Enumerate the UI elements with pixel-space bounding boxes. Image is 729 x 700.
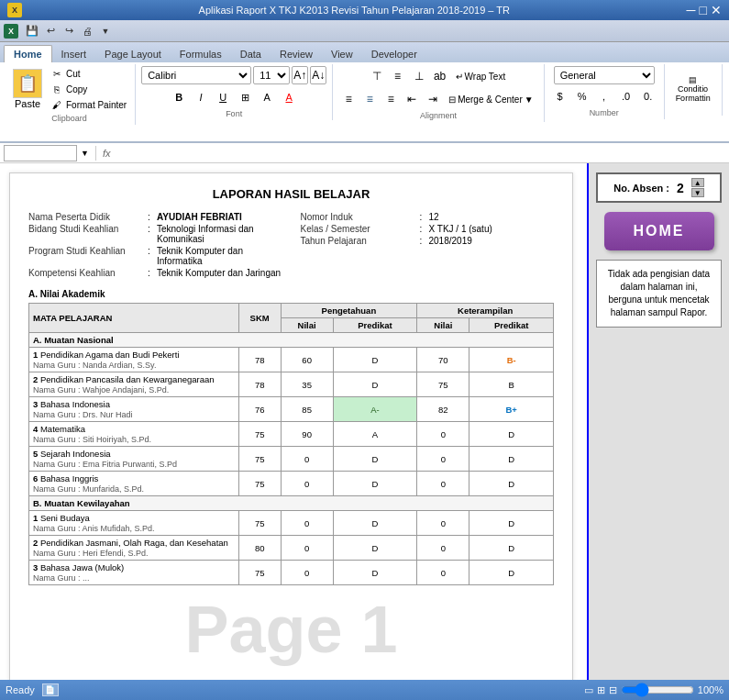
- merge-dropdown-icon: ▼: [525, 94, 534, 105]
- number-format-select[interactable]: General: [554, 66, 655, 84]
- clipboard-group-content: 📋 Paste ✂ Cut ⎘ Copy 🖌 Format Painter: [9, 66, 129, 112]
- tab-data[interactable]: Data: [231, 46, 271, 62]
- title-bar: X Aplikasi Raport X TKJ K2013 Revisi Tah…: [0, 0, 729, 20]
- kw-subject-k-pred-3: D: [469, 561, 554, 585]
- tab-page-layout[interactable]: Page Layout: [95, 46, 171, 62]
- subject-name-4: 4 Matematika Nama Guru : Siti Hoiriyah, …: [29, 422, 239, 447]
- subject-k-nilai-6: 0: [417, 472, 469, 496]
- col-pengetahuan-nilai: Nilai: [281, 318, 333, 333]
- scroll-up-btn[interactable]: ▲: [691, 178, 704, 187]
- paste-icon: 📋: [13, 69, 42, 98]
- kw-subject-skm-1: 75: [238, 511, 281, 536]
- kw-subject-name-2: 2 Pendidikan Jasmani, Olah Raga, dan Kes…: [29, 536, 239, 561]
- text-angle-btn[interactable]: ab: [430, 66, 450, 86]
- decrease-indent-btn[interactable]: ⇤: [402, 89, 422, 109]
- kw-subject-p-nilai-1: 0: [281, 511, 333, 536]
- wrap-text-button[interactable]: ↵ Wrap Text: [451, 66, 511, 86]
- scissors-icon: ✂: [50, 67, 63, 80]
- wrap-text-icon: ↵: [456, 72, 463, 82]
- fill-color-button[interactable]: A: [257, 87, 277, 107]
- comma-btn[interactable]: ,: [594, 86, 614, 106]
- font-group-content: Calibri 11 A↑ A↓ B I U ⊞ A A: [141, 66, 326, 107]
- sheet-tab-icon[interactable]: 📄: [42, 683, 59, 696]
- format-painter-button[interactable]: 🖌 Format Painter: [48, 97, 129, 112]
- qa-redo-btn[interactable]: ↪: [61, 23, 77, 39]
- conditional-label: ConditioFormattin: [676, 84, 711, 103]
- font-size-select[interactable]: 11: [253, 66, 290, 84]
- formula-bar-dropdown[interactable]: ▼: [81, 149, 89, 158]
- copy-button[interactable]: ⎘ Copy: [48, 82, 129, 96]
- align-left-btn[interactable]: ≡: [338, 89, 359, 109]
- scroll-down-btn[interactable]: ▼: [691, 188, 704, 197]
- subject-name-6: 6 Bahasa Inggris Nama Guru : Munfarida, …: [29, 472, 239, 496]
- tab-review[interactable]: Review: [271, 46, 322, 62]
- kw-subject-p-pred-3: D: [333, 561, 417, 585]
- font-color-button[interactable]: A: [279, 87, 299, 107]
- merge-icon: ⊟: [448, 94, 456, 105]
- kw-subject-k-pred-1: D: [469, 511, 554, 536]
- bold-button[interactable]: B: [169, 87, 189, 107]
- tab-home[interactable]: Home: [4, 45, 52, 62]
- align-bottom-btn[interactable]: ⊥: [409, 66, 429, 86]
- qa-save-btn[interactable]: 💾: [24, 23, 40, 39]
- kw-subject-name-3: 3 Bahasa Jawa (Mulok) Nama Guru : ...: [29, 561, 239, 585]
- italic-button[interactable]: I: [191, 87, 211, 107]
- percent-btn[interactable]: %: [572, 86, 592, 106]
- tab-developer[interactable]: Developer: [362, 46, 426, 62]
- page-watermark: Page 1: [184, 592, 397, 667]
- accounting-btn[interactable]: $: [550, 86, 570, 106]
- normal-view-btn[interactable]: ▭: [584, 684, 593, 696]
- conditional-formatting-btn[interactable]: ▤ ConditioFormattin: [670, 66, 716, 112]
- styles-group: ▤ ConditioFormattin: [665, 64, 723, 116]
- qa-undo-btn[interactable]: ↩: [42, 23, 59, 39]
- decrease-decimal-btn[interactable]: 0.: [638, 86, 658, 106]
- title-bar-left: X: [7, 3, 22, 17]
- copy-label: Copy: [66, 84, 87, 94]
- close-btn[interactable]: ✕: [711, 3, 722, 17]
- cut-button[interactable]: ✂ Cut: [48, 66, 129, 81]
- merge-center-button[interactable]: ⊟ Merge & Center ▼: [444, 89, 538, 109]
- border-button[interactable]: ⊞: [235, 87, 255, 107]
- tab-insert[interactable]: Insert: [52, 46, 96, 62]
- kompetensi-label: Kompetensi Keahlian: [28, 268, 148, 278]
- decrease-font-btn[interactable]: A↓: [310, 66, 326, 84]
- paste-button[interactable]: 📋 Paste: [9, 67, 46, 111]
- subject-row-4: 4 Matematika Nama Guru : Siti Hoiriyah, …: [29, 422, 554, 447]
- align-top-btn[interactable]: ⊤: [367, 66, 387, 86]
- tab-view[interactable]: View: [322, 46, 362, 62]
- alignment-content: ⊤ ≡ ⊥ ab ↵ Wrap Text ≡ ≡ ≡ ⇤ ⇥ ⊟ Merge &…: [338, 66, 538, 109]
- subject-p-nilai-6: 0: [281, 472, 333, 496]
- subject-p-pred-6: D: [333, 472, 417, 496]
- increase-indent-btn[interactable]: ⇥: [423, 89, 443, 109]
- align-row-2: ≡ ≡ ≡ ⇤ ⇥ ⊟ Merge & Center ▼: [338, 89, 538, 109]
- align-middle-btn[interactable]: ≡: [388, 66, 408, 86]
- tab-formulas[interactable]: Formulas: [171, 46, 231, 62]
- maximize-btn[interactable]: □: [700, 3, 707, 17]
- increase-font-btn[interactable]: A↑: [292, 66, 308, 84]
- excel-icon: X: [4, 24, 18, 39]
- increase-decimal-btn[interactable]: .0: [616, 86, 636, 106]
- page-layout-btn[interactable]: ⊞: [597, 684, 605, 696]
- col-header-subject: MATA PELAJARAN: [29, 304, 239, 333]
- name-box[interactable]: [4, 145, 77, 161]
- qa-print-btn[interactable]: 🖨: [79, 23, 95, 39]
- align-right-btn[interactable]: ≡: [381, 89, 401, 109]
- sheet-content: LAPORAN HASIL BELAJAR Nama Peserta Didik…: [0, 163, 587, 680]
- number-group-content: General $ % , .0 0.: [550, 66, 658, 106]
- document-container: LAPORAN HASIL BELAJAR Nama Peserta Didik…: [9, 172, 573, 680]
- minimize-btn[interactable]: ─: [687, 3, 696, 17]
- zoom-slider[interactable]: [621, 683, 694, 697]
- subject-skm-3: 76: [238, 397, 281, 422]
- qa-more-btn[interactable]: ▼: [97, 23, 114, 39]
- subject-row-3: 3 Bahasa Indonesia Nama Guru : Drs. Nur …: [29, 397, 554, 422]
- align-center-btn[interactable]: ≡: [359, 89, 380, 109]
- font-face-select[interactable]: Calibri: [141, 66, 251, 84]
- kw-subject-p-pred-2: D: [333, 536, 417, 561]
- page-break-btn[interactable]: ⊟: [609, 684, 617, 696]
- status-ready: Ready: [6, 684, 35, 695]
- formula-input[interactable]: [114, 145, 725, 161]
- underline-button[interactable]: U: [213, 87, 233, 107]
- right-panel: No. Absen : 2 ▲ ▼ HOME Tidak ada pengisi…: [587, 163, 729, 680]
- subject-name-5: 5 Sejarah Indonesia Nama Guru : Ema Fitr…: [29, 447, 239, 472]
- home-button[interactable]: HOME: [604, 212, 714, 250]
